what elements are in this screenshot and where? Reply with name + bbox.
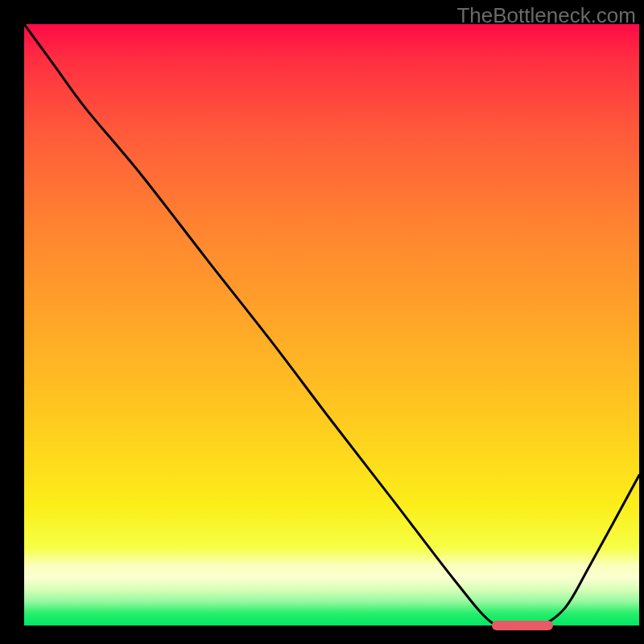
plot-area <box>24 24 639 625</box>
chart-frame: TheBottleneck.com <box>0 0 644 644</box>
optimal-range-marker <box>492 621 553 630</box>
bottleneck-curve <box>24 24 639 627</box>
watermark-text: TheBottleneck.com <box>456 3 636 28</box>
curve-layer <box>24 24 639 625</box>
